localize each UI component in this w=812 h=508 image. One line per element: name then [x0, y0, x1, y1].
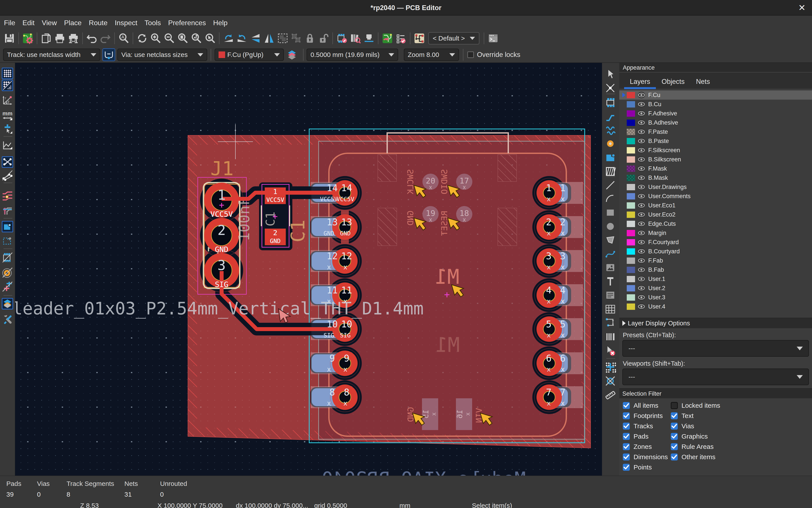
layer-color-swatch[interactable] [627, 285, 635, 291]
layer-row-user-4[interactable]: User.4 [619, 302, 812, 311]
visibility-eye-icon[interactable] [638, 110, 645, 117]
checkbox-checked-icon[interactable] [623, 412, 630, 419]
filter-zones[interactable]: Zones [623, 443, 671, 450]
dimension-icon[interactable] [605, 317, 616, 329]
flip-h-icon[interactable] [263, 33, 275, 44]
grid-dots-icon[interactable] [2, 68, 13, 79]
find-a-icon[interactable]: A [118, 33, 129, 44]
menu-view[interactable]: View [42, 19, 57, 27]
layer-row-user-2[interactable]: User.2 [619, 284, 812, 293]
visibility-eye-icon[interactable] [638, 248, 645, 255]
viewports-select[interactable]: --- [623, 369, 809, 385]
layer-row-edge-cuts[interactable]: Edge.Cuts [619, 219, 812, 228]
ungroup-icon[interactable] [291, 33, 302, 44]
pads-sketch-icon[interactable] [2, 267, 13, 278]
polar-coords-icon[interactable]: rθ [2, 94, 13, 106]
layer-row-f-silkscreen[interactable]: F.Silkscreen [619, 145, 812, 155]
zoom-in-icon[interactable] [150, 33, 161, 44]
draw-rect-icon[interactable] [605, 207, 616, 218]
grid-origin-icon[interactable] [605, 361, 616, 373]
draw-zone-icon[interactable] [605, 152, 616, 163]
layer-row-b-adhesive[interactable]: B.Adhesive [619, 118, 812, 127]
zones-filled-icon[interactable] [2, 221, 13, 232]
place-via-icon[interactable] [605, 138, 616, 149]
select-arrow-icon[interactable] [605, 69, 616, 80]
local-ratsnest-icon[interactable] [605, 82, 616, 94]
visibility-eye-icon[interactable] [638, 138, 645, 144]
visibility-eye-icon[interactable] [638, 92, 645, 98]
fp-anchor-icon[interactable] [363, 33, 375, 44]
layer-color-swatch[interactable] [627, 110, 635, 117]
layer-row-f-mask[interactable]: F.Mask [619, 164, 812, 173]
fp-browser-icon[interactable] [350, 33, 361, 44]
preset-default-select[interactable]: < Default > [428, 32, 479, 44]
footprints-sketch-icon[interactable] [2, 252, 13, 263]
undo-icon[interactable] [86, 33, 97, 44]
layers-manager-icon[interactable] [2, 298, 13, 309]
zones-outline-icon[interactable] [2, 235, 13, 246]
visibility-eye-icon[interactable] [638, 193, 645, 200]
checkbox-checked-icon[interactable] [671, 412, 678, 419]
layer-row-margin[interactable]: Margin [619, 228, 812, 238]
menu-route[interactable]: Route [89, 19, 108, 27]
close-icon[interactable]: ✕ [797, 3, 807, 13]
draw-polygon-icon[interactable] [605, 235, 616, 246]
update-pcb-icon[interactable] [382, 33, 393, 44]
menu-preferences[interactable]: Preferences [168, 19, 206, 27]
layer-color-swatch[interactable] [627, 92, 635, 98]
layer-presets-icon[interactable] [286, 48, 298, 61]
layer-row-f-cu[interactable]: F.Cu [619, 90, 812, 100]
draw-bezier-icon[interactable] [605, 248, 616, 260]
layer-row-f-adhesive[interactable]: F.Adhesive [619, 109, 812, 118]
menu-edit[interactable]: Edit [23, 19, 35, 27]
visibility-eye-icon[interactable] [638, 129, 645, 135]
filter-locked-items[interactable]: Locked items [671, 402, 812, 409]
auto-track-width-toggle[interactable] [102, 48, 115, 61]
visibility-eye-icon[interactable] [638, 174, 645, 181]
sketch-lines-icon[interactable] [2, 139, 13, 151]
checkbox-checked-icon[interactable] [623, 423, 630, 430]
checkbox-icon[interactable] [671, 402, 678, 409]
tab-objects[interactable]: Objects [656, 75, 690, 89]
fp-editor-icon[interactable] [336, 33, 347, 44]
layer-row-b-silkscreen[interactable]: B.Silkscreen [619, 155, 812, 164]
visibility-eye-icon[interactable] [638, 184, 645, 190]
visibility-eye-icon[interactable] [638, 202, 645, 209]
grid-select[interactable]: 0.5000 mm (19.69 mils) [307, 49, 398, 61]
visibility-eye-icon[interactable] [638, 266, 645, 273]
refresh-icon[interactable] [136, 33, 148, 44]
filter-rule-areas[interactable]: Rule Areas [671, 443, 812, 450]
place-text-icon[interactable] [605, 276, 616, 287]
filter-tracks[interactable]: Tracks [623, 422, 671, 430]
layer-row-user-1[interactable]: User.1 [619, 274, 812, 284]
visibility-eye-icon[interactable] [638, 303, 645, 310]
layer-row-b-fab[interactable]: B.Fab [619, 265, 812, 274]
interactive-delete-icon[interactable] [605, 345, 616, 356]
layer-row-b-mask[interactable]: B.Mask [619, 173, 812, 182]
checkbox-checked-icon[interactable] [671, 443, 678, 450]
layer-row-user-eco2[interactable]: User.Eco2 [619, 210, 812, 219]
presets-select[interactable]: --- [623, 340, 809, 357]
menu-help[interactable]: Help [213, 19, 227, 27]
zoom-out-icon[interactable] [164, 33, 175, 44]
redo-icon[interactable] [100, 33, 111, 44]
ratsnest-visibility-icon[interactable] [2, 156, 13, 168]
place-table-icon[interactable] [605, 303, 616, 315]
layer-color-swatch[interactable] [627, 120, 635, 126]
layer-color-swatch[interactable] [627, 138, 635, 144]
board-setup-icon[interactable] [22, 33, 34, 44]
track-width-select[interactable]: Track: use netclass width [3, 49, 100, 61]
grid-override-icon[interactable] [2, 80, 13, 91]
menu-inspect[interactable]: Inspect [115, 19, 137, 27]
flip-v-icon[interactable] [250, 33, 261, 44]
layer-row-f-courtyard[interactable]: F.Courtyard [619, 238, 812, 247]
clearance-outlines-icon[interactable] [2, 281, 13, 292]
filter-footprints[interactable]: Footprints [623, 412, 671, 419]
layer-row-user-3[interactable]: User.3 [619, 293, 812, 302]
layer-color-swatch[interactable] [627, 184, 635, 190]
filter-points[interactable]: Points [623, 464, 671, 471]
layer-select[interactable]: F.Cu (PgUp) [215, 49, 284, 61]
layer-row-user-comments[interactable]: User.Comments [619, 192, 812, 201]
unlock-icon[interactable] [318, 33, 329, 44]
menu-place[interactable]: Place [64, 19, 81, 27]
